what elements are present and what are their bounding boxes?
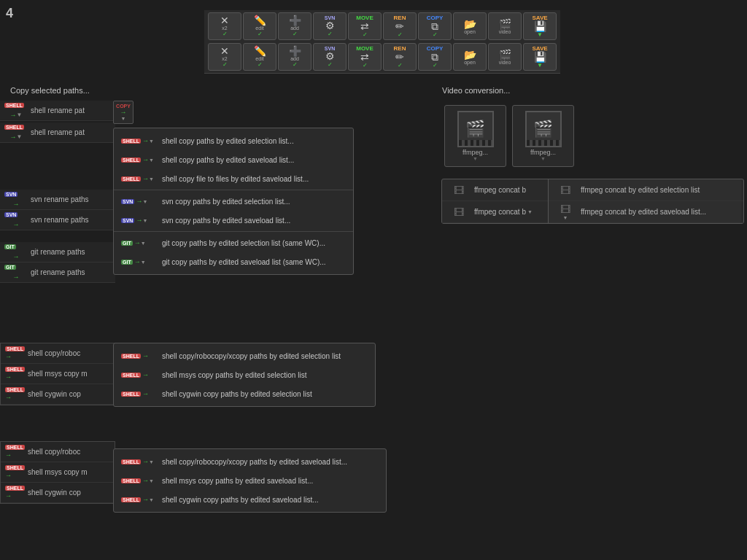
ffmpeg-label-2: ffmpeg... [530, 149, 556, 156]
shell-rename-group-1: SHELL → ▼ shell rename pat [0, 101, 115, 121]
multiply2-btn[interactable]: ✕ x2 ✓ [208, 43, 241, 71]
open2-btn[interactable]: 📂 open [453, 43, 487, 71]
dd-robocopy-save[interactable]: SHELL → ▼ shell copy/robocopy/xcopy path… [114, 452, 386, 471]
concat-submenu: 🎞 ffmpeg concat by edited selection list… [548, 179, 741, 223]
dd-svn-copy-sel[interactable]: SVN → ▼ svn copy paths by edited selecti… [114, 192, 353, 211]
dd-label-shell-copy-sel-1: shell copy paths by edited selection lis… [162, 137, 294, 145]
shell-msys-item-1[interactable]: SHELL → shell msys copy m [1, 364, 115, 384]
shell-copy-group-2: SHELL → shell copy/roboc SHELL → shell m… [0, 441, 115, 504]
git-icon-1: GIT → [4, 244, 28, 260]
video2-btn[interactable]: 🎬 video [488, 43, 522, 71]
shell-cygwin-item-1[interactable]: SHELL → shell cygwin cop [1, 384, 115, 405]
ffmpeg-card-1[interactable]: 🎬 ffmpeg... ▼ [444, 105, 506, 167]
concat-save-item[interactable]: 🎞 ▼ ffmpeg concat by edited saveload lis… [549, 201, 741, 223]
dd-cygwin-save[interactable]: SHELL → ▼ shell cygwin copy paths by edi… [114, 490, 386, 509]
shell-msys-label-1: shell msys copy m [28, 370, 88, 378]
shell-robocopy-item-2[interactable]: SHELL → shell copy/roboc [1, 442, 115, 462]
copy-dropdown-2: SHELL → shell copy/robocopy/xcopy paths … [113, 343, 376, 407]
dd-shell-copy-sel-1[interactable]: SHELL → ▼ shell copy paths by edited sel… [114, 131, 353, 150]
copy-header: Copy selected paths... [10, 86, 90, 95]
concat-save-label: ffmpeg concat by edited saveload list... [581, 208, 706, 216]
svn-rename-label-2: svn rename paths [31, 216, 89, 224]
git-rename-item-1[interactable]: GIT → git rename paths [0, 242, 115, 262]
dd-msys-sel[interactable]: SHELL → shell msys copy paths by edited … [114, 365, 375, 384]
svn2-btn[interactable]: SVN ⚙ ✓ [313, 43, 347, 71]
concat-label-2: ffmpeg concat b [474, 208, 526, 216]
copy2-btn[interactable]: COPY ⧉ ✓ [418, 43, 452, 71]
shell-robocopy-label-1: shell copy/roboc [28, 349, 80, 357]
svn-icon-2: SVN → [4, 212, 28, 228]
page-number: 4 [6, 6, 13, 21]
git-rename-item-2[interactable]: GIT → git rename paths [0, 262, 115, 283]
open-btn[interactable]: 📂 open [453, 12, 487, 40]
shell-rename-item-1[interactable]: SHELL → ▼ shell rename pat [0, 101, 115, 121]
dd-label-git-copy-sel: git copy paths by edited selection list … [162, 239, 325, 247]
copy-trigger-icon[interactable]: COPY → ▼ [113, 101, 133, 124]
shell-rename-item-2[interactable]: SHELL → ▼ shell rename pat [0, 122, 115, 143]
edit2-btn[interactable]: ✏️ edit ✓ [243, 43, 276, 71]
toolbar-row-1: ✕ x2 ✓ ✏️ edit ✓ ➕ add ✓ SVN ⚙ ✓ MOVE ⇄ … [204, 10, 560, 43]
toolbar-row-2: ✕ x2 ✓ ✏️ edit ✓ ➕ add ✓ SVN ⚙ ✓ MOVE ⇄ … [204, 41, 560, 74]
svn-rename-item-2[interactable]: SVN → svn rename paths [0, 210, 115, 230]
rename-btn[interactable]: REN ✏ ✓ [383, 12, 417, 40]
shell-robocopy-label-2: shell copy/roboc [28, 448, 80, 456]
multiply-btn[interactable]: ✕ x2 ✓ [208, 12, 241, 40]
dd-robocopy-sel[interactable]: SHELL → shell copy/robocopy/xcopy paths … [114, 346, 375, 365]
dd-label-shell-copy-file: shell copy file to files by edited savel… [162, 175, 309, 183]
dd-sep-2 [114, 231, 353, 232]
save-btn[interactable]: SAVE 💾 ▼ [523, 12, 557, 40]
shell-icon-2: SHELL → ▼ [4, 125, 28, 141]
move2-btn[interactable]: MOVE ⇄ ✓ [348, 43, 382, 71]
svn-icon-1: SVN → [4, 192, 28, 208]
video-header: Video conversion... [442, 86, 510, 95]
git-icon-2: GIT → [4, 265, 28, 281]
shell-icon-1: SHELL → ▼ [4, 103, 28, 119]
shell-rename-label-1: shell rename pat [31, 106, 85, 114]
shell-msys-item-2[interactable]: SHELL → shell msys copy m [1, 462, 115, 483]
dd-git-copy-save[interactable]: GIT → ▼ git copy paths by edited saveloa… [114, 252, 353, 271]
svn-rename-item-1[interactable]: SVN → svn rename paths [0, 190, 115, 210]
copy-dropdown-3: SHELL → ▼ shell copy/robocopy/xcopy path… [113, 448, 387, 513]
edit-btn[interactable]: ✏️ edit ✓ [243, 12, 276, 40]
svn-rename-group: SVN → svn rename paths SVN → svn rename … [0, 190, 115, 230]
add-btn[interactable]: ➕ add ✓ [278, 12, 311, 40]
dd-label-msys-save: shell msys copy paths by edited saveload… [162, 477, 313, 485]
dd-cygwin-sel[interactable]: SHELL → shell cygwin copy paths by edite… [114, 384, 375, 403]
dd-label-msys-sel: shell msys copy paths by edited selectio… [162, 371, 306, 379]
video-btn[interactable]: 🎬 video [488, 12, 522, 40]
add2-btn[interactable]: ➕ add ✓ [278, 43, 311, 71]
git-rename-label-2: git rename paths [31, 268, 85, 276]
dd-label-svn-copy-save: svn copy paths by edited saveload list..… [162, 217, 290, 225]
dd-msys-save[interactable]: SHELL → ▼ shell msys copy paths by edite… [114, 471, 386, 490]
shell-cygwin-item-2[interactable]: SHELL → shell cygwin cop [1, 483, 115, 503]
rename2-btn[interactable]: REN ✏ ✓ [383, 43, 417, 71]
concat-sel-item[interactable]: 🎞 ffmpeg concat by edited selection list [549, 179, 741, 201]
shell-cygwin-label-1: shell cygwin cop [28, 390, 81, 398]
shell-rename-label-2: shell rename pat [31, 128, 85, 136]
dd-label-shell-copy-save-1: shell copy paths by edited saveload list… [162, 156, 294, 164]
ffmpeg-label-1: ffmpeg... [462, 149, 488, 156]
svn-rename-label-1: svn rename paths [31, 195, 89, 203]
copy-btn[interactable]: COPY ⧉ ✓ [418, 12, 452, 40]
dd-sep-1 [114, 190, 353, 190]
video-cards: 🎬 ffmpeg... ▼ 🎬 ffmpeg... ▼ [441, 102, 577, 170]
video-concat-panel: 🎞 ffmpeg concat b 🎞 ffmpeg concat b ▼ 🎞 … [441, 179, 744, 224]
ffmpeg-card-2[interactable]: 🎬 ffmpeg... ▼ [512, 105, 574, 167]
dd-label-cygwin-sel: shell cygwin copy paths by edited select… [162, 390, 312, 398]
shell-copy-group-1: SHELL → shell copy/roboc SHELL → shell m… [0, 343, 115, 405]
move-btn[interactable]: MOVE ⇄ ✓ [348, 12, 382, 40]
shell-msys-label-2: shell msys copy m [28, 468, 88, 476]
shell-rename-group-2: SHELL → ▼ shell rename pat [0, 122, 115, 143]
dd-git-copy-sel[interactable]: GIT → ▼ git copy paths by edited selecti… [114, 233, 353, 252]
shell-cygwin-label-2: shell cygwin cop [28, 489, 81, 497]
dd-label-svn-copy-sel: svn copy paths by edited selection list.… [162, 198, 290, 206]
dd-shell-copy-file[interactable]: SHELL → ▼ shell copy file to files by ed… [114, 169, 353, 188]
svn-btn[interactable]: SVN ⚙ ✓ [313, 12, 347, 40]
shell-robocopy-item-1[interactable]: SHELL → shell copy/roboc [1, 343, 115, 364]
dd-label-git-copy-save: git copy paths by edited saveload list (… [162, 258, 326, 266]
dd-shell-copy-save-1[interactable]: SHELL → ▼ shell copy paths by edited sav… [114, 150, 353, 169]
save2-btn[interactable]: SAVE 💾 ▼ [523, 43, 557, 71]
dd-label-cygwin-save: shell cygwin copy paths by edited savelo… [162, 496, 319, 504]
concat-sel-label: ffmpeg concat by edited selection list [581, 186, 700, 194]
dd-svn-copy-save[interactable]: SVN → ▼ svn copy paths by edited saveloa… [114, 211, 353, 230]
